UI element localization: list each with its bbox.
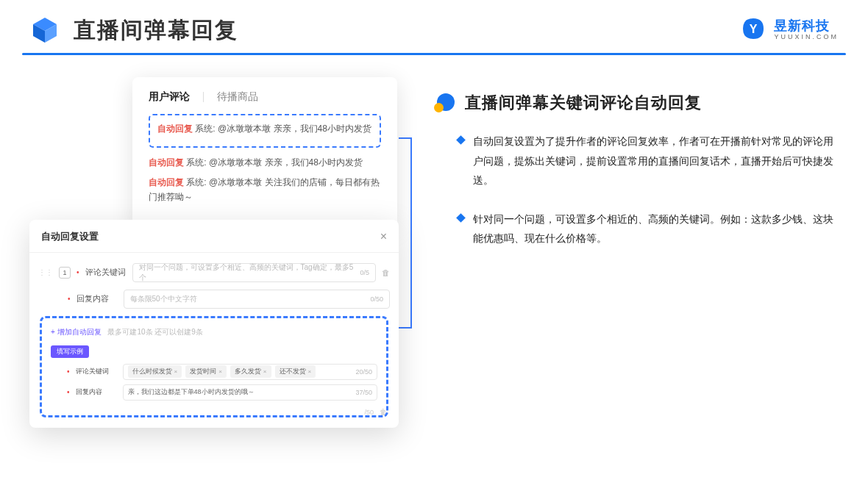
keyword-tag[interactable]: 发货时间× (185, 365, 227, 378)
comment-text: 系统: @冰墩墩本墩 亲亲，我们48小时内发货 (186, 157, 363, 168)
svg-text:Y: Y (750, 23, 758, 35)
brand-logo: Y 昱新科技 YUUXIN.COM (740, 17, 839, 43)
comment-item: 自动回复 系统: @冰墩墩本墩 关注我们的店铺，每日都有热门推荐呦～ (149, 175, 381, 205)
keyword-placeholder: 对同一个问题，可设置多个相近、高频的关键词，Tag确定，最多5个 (139, 262, 360, 283)
bubble-icon (434, 93, 456, 112)
delete-icon[interactable]: 🗑 (382, 268, 390, 277)
point-text: 自动回复设置为了提升作者的评论回复效率，作者可在开播前针对常见的评论用户问题，提… (473, 132, 839, 190)
comment-text: 系统: @冰墩墩本墩 关注我们的店铺，每日都有热门推荐呦～ (149, 177, 380, 202)
tab-user-comments[interactable]: 用户评论 (149, 90, 190, 104)
comment-text: 系统: @冰墩墩本墩 亲亲，我们48小时内发货 (195, 123, 371, 134)
diamond-icon (456, 135, 466, 145)
add-hint: 最多可建10条 还可以创建9条 (107, 328, 202, 336)
header-divider (22, 53, 846, 55)
keyword-label: 评论关键词 (85, 267, 127, 278)
page-header: 直播间弹幕回复 Y 昱新科技 YUUXIN.COM (0, 0, 868, 53)
tab-divider (203, 92, 204, 102)
example-outline: + 增加自动回复 最多可建10条 还可以创建9条 填写示例 • 评论关键词 什么… (40, 316, 388, 417)
example-reply-label: 回复内容 (76, 387, 117, 397)
keyword-tag[interactable]: 还不发货× (275, 365, 316, 378)
cube-icon (29, 15, 60, 46)
required-icon: • (77, 268, 79, 276)
diamond-icon (456, 213, 466, 223)
modal-title: 自动回复设置 (41, 230, 99, 243)
brand-name-cn: 昱新科技 (774, 19, 839, 34)
example-keyword-label: 评论关键词 (76, 367, 117, 376)
close-icon[interactable]: × (380, 230, 387, 243)
reply-content-label: 回复内容 (77, 293, 118, 304)
example-reply-input[interactable]: 亲，我们这边都是下单48小时内发货的哦～ 37/50 (123, 384, 377, 401)
highlighted-comment: 自动回复 系统: @冰墩墩本墩 亲亲，我们48小时内发货 (149, 114, 381, 148)
bullet-point: 针对同一个问题，可设置多个相近的、高频的关键词。例如：这款多少钱、这块能优惠吗、… (458, 209, 839, 248)
auto-reply-label: 自动回复 (149, 157, 184, 168)
required-icon: • (67, 388, 70, 396)
bullet-point: 自动回复设置为了提升作者的评论回复效率，作者可在开播前针对常见的评论用户问题，提… (458, 132, 839, 190)
tab-pending-products[interactable]: 待播商品 (217, 90, 258, 104)
brand-mark-icon: Y (740, 17, 766, 43)
example-reply-counter: 37/50 (355, 389, 372, 396)
comments-panel: 用户评论 待播商品 自动回复 系统: @冰墩墩本墩 亲亲，我们48小时内发货 自… (132, 77, 397, 227)
keyword-tag[interactable]: 多久发货× (230, 365, 271, 378)
footer-counter: /50 (364, 409, 374, 416)
example-keyword-input[interactable]: 什么时候发货× 发货时间× 多久发货× 还不发货× 20/50 (123, 364, 377, 380)
example-keyword-counter: 20/50 (355, 368, 372, 376)
example-badge: 填写示例 (51, 345, 89, 358)
comment-item: 自动回复 系统: @冰墩墩本墩 亲亲，我们48小时内发货 (149, 155, 381, 170)
page-title: 直播间弹幕回复 (74, 15, 238, 46)
keyword-input[interactable]: 对同一个问题，可设置多个相近、高频的关键词，Tag确定，最多5个 0/5 (132, 263, 376, 282)
auto-reply-label: 自动回复 (149, 177, 184, 187)
point-text: 针对同一个问题，可设置多个相近的、高频的关键词。例如：这款多少钱、这块能优惠吗、… (473, 209, 839, 248)
section-title: 直播间弹幕关键词评论自动回复 (465, 92, 702, 114)
auto-reply-label: 自动回复 (157, 123, 193, 134)
drag-handle-icon[interactable]: ⋮⋮ (38, 268, 53, 276)
reply-content-counter: 0/50 (370, 295, 383, 303)
auto-reply-settings-modal: 自动回复设置 × ⋮⋮ 1 • 评论关键词 对同一个问题，可设置多个相近、高频的… (29, 220, 399, 428)
rule-index: 1 (59, 267, 71, 279)
keyword-tag[interactable]: 什么时候发货× (128, 365, 182, 378)
connector-line (397, 137, 412, 329)
brand-name-en: YUUXIN.COM (774, 34, 839, 41)
reply-content-input[interactable]: 每条限50个中文字符 0/50 (124, 290, 390, 309)
delete-icon[interactable]: 🗑 (380, 408, 387, 416)
add-auto-reply-link[interactable]: + 增加自动回复 (51, 328, 102, 336)
keyword-counter: 0/5 (360, 269, 369, 276)
reply-content-placeholder: 每条限50个中文字符 (130, 294, 197, 304)
example-reply-text: 亲，我们这边都是下单48小时内发货的哦～ (128, 387, 255, 397)
required-icon: • (68, 295, 71, 303)
required-icon: • (67, 367, 70, 376)
